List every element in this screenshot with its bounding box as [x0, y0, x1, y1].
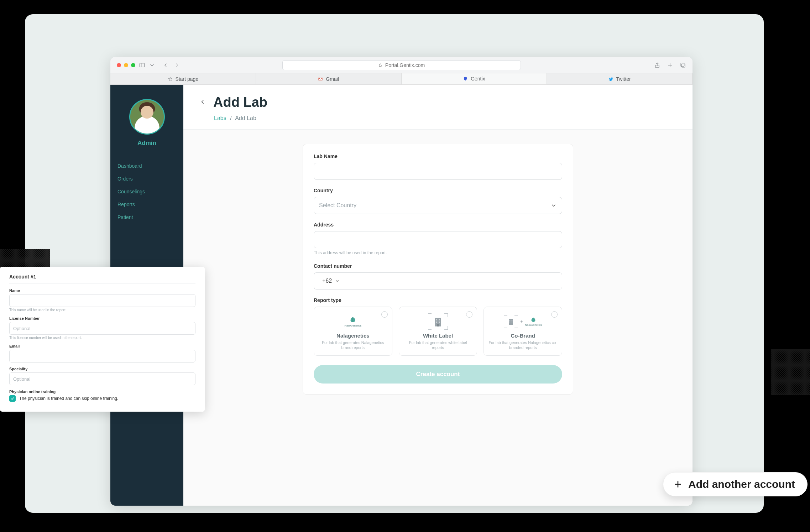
decorative-noise [771, 349, 810, 395]
report-card-co-brand[interactable]: + NalaGenetics Co-Brand For lab that gen… [484, 307, 562, 356]
speciality-label: Speciality [9, 367, 195, 371]
svg-rect-17 [509, 320, 510, 320]
svg-rect-7 [681, 63, 684, 67]
sidebar-item-reports[interactable]: Reports [110, 198, 183, 211]
tab-twitter[interactable]: Twitter [547, 73, 693, 84]
svg-marker-8 [168, 77, 172, 80]
sidebar-item-dashboard[interactable]: Dashboard [110, 160, 183, 172]
name-input[interactable] [9, 294, 195, 307]
report-name: White Label [403, 333, 473, 339]
svg-rect-6 [681, 64, 685, 67]
phone-country-code[interactable]: +62 [314, 272, 348, 290]
radio-icon [381, 311, 388, 318]
tab-bar: Start page Gmail Gentix Twitter [110, 73, 693, 85]
address-hint: This address will be used in the report. [314, 250, 562, 255]
leaf-icon [529, 317, 537, 323]
page-header: Add Lab Labs / Add Lab [183, 85, 693, 130]
main-content: Add Lab Labs / Add Lab Lab Name Country [183, 85, 693, 506]
add-another-account-button[interactable]: Add another account [663, 472, 808, 496]
chevron-down-icon [335, 278, 340, 283]
back-icon[interactable] [162, 62, 169, 68]
report-desc: For lab that generates white label repor… [403, 340, 473, 350]
report-card-white-label[interactable]: White Label For lab that generates white… [399, 307, 477, 356]
chevron-down-icon[interactable] [149, 62, 155, 68]
phone-input[interactable] [348, 272, 562, 290]
email-input[interactable] [9, 350, 195, 363]
svg-rect-20 [512, 322, 512, 322]
url-text: Portal.Gentix.com [385, 62, 425, 68]
forward-icon[interactable] [174, 62, 180, 68]
url-bar[interactable]: Portal.Gentix.com [282, 60, 521, 70]
chevron-down-icon [550, 202, 557, 209]
report-type-label: Report type [314, 297, 562, 303]
report-card-nalagenetics[interactable]: NalaGenetics Nalagenetics For lab that g… [314, 307, 392, 356]
tab-start-page[interactable]: Start page [110, 73, 256, 84]
avatar[interactable] [129, 99, 165, 135]
plus-icon: + [520, 319, 523, 324]
form-card: Lab Name Country Select Country Address [303, 144, 573, 395]
country-select[interactable]: Select Country [314, 197, 562, 214]
svg-rect-2 [379, 65, 381, 67]
stage: Portal.Gentix.com Start page Gmail Genti… [0, 0, 810, 532]
svg-rect-18 [512, 320, 512, 320]
new-tab-icon[interactable] [667, 62, 673, 68]
plus-icon [673, 480, 683, 489]
tab-gentix[interactable]: Gentix [402, 73, 547, 84]
lab-name-label: Lab Name [314, 153, 562, 159]
gmail-icon [318, 77, 323, 82]
tab-label: Start page [176, 76, 199, 82]
shield-icon [463, 76, 468, 81]
twitter-icon [608, 77, 613, 82]
tab-gmail[interactable]: Gmail [256, 73, 402, 84]
lab-name-input[interactable] [314, 163, 562, 180]
license-label: License Number [9, 316, 195, 320]
zoom-window-dot[interactable] [131, 63, 135, 67]
report-logo-text: NalaGenetics [525, 323, 542, 327]
sidebar-item-counselings[interactable]: Counselings [110, 185, 183, 198]
sidebar-item-orders[interactable]: Orders [110, 172, 183, 185]
report-desc: For lab that generates Nalagenetics co-b… [488, 340, 558, 350]
create-account-button[interactable]: Create account [314, 365, 562, 384]
svg-rect-0 [140, 63, 145, 67]
chevron-left-icon [199, 98, 206, 105]
email-label: Email [9, 344, 195, 348]
report-logo-text: NalaGenetics [344, 324, 361, 327]
tabs-overview-icon[interactable] [680, 62, 686, 68]
speciality-input[interactable] [9, 372, 195, 385]
check-icon [10, 396, 15, 401]
page-title: Add Lab [213, 95, 267, 110]
sidebar-toggle-icon[interactable] [139, 62, 145, 68]
svg-rect-13 [436, 322, 437, 323]
breadcrumb-root[interactable]: Labs [214, 115, 226, 121]
license-hint: This license number will be used in the … [9, 336, 195, 340]
close-window-dot[interactable] [117, 63, 121, 67]
star-icon [168, 77, 173, 82]
training-label: Physician online training [9, 390, 195, 394]
lock-icon [378, 63, 382, 67]
share-icon[interactable] [654, 62, 660, 68]
country-placeholder: Select Country [319, 202, 356, 209]
back-button[interactable] [199, 98, 206, 107]
svg-rect-19 [509, 322, 510, 322]
address-input[interactable] [314, 231, 562, 248]
fab-label: Add another account [688, 478, 795, 490]
minimize-window-dot[interactable] [124, 63, 128, 67]
browser-toolbar: Portal.Gentix.com [110, 57, 693, 73]
tab-label: Gentix [471, 76, 485, 82]
account-panel-title: Account #1 [9, 274, 195, 283]
breadcrumb-leaf: Add Lab [235, 115, 256, 121]
svg-rect-15 [437, 324, 439, 327]
breadcrumb: Labs / Add Lab [214, 115, 677, 121]
training-checkbox-label: The physician is trained and can skip on… [19, 396, 118, 401]
report-name: Nalagenetics [318, 333, 388, 339]
report-desc: For lab that generates Nalagenetics bran… [318, 340, 388, 350]
sidebar-nav: Dashboard Orders Counselings Reports Pat… [110, 160, 183, 224]
sidebar-item-patient[interactable]: Patient [110, 211, 183, 224]
training-checkbox[interactable] [9, 395, 16, 402]
svg-rect-14 [439, 322, 440, 323]
license-input[interactable] [9, 322, 195, 335]
address-label: Address [314, 222, 562, 228]
country-label: Country [314, 188, 562, 193]
svg-rect-12 [439, 319, 440, 320]
radio-icon [551, 311, 558, 318]
